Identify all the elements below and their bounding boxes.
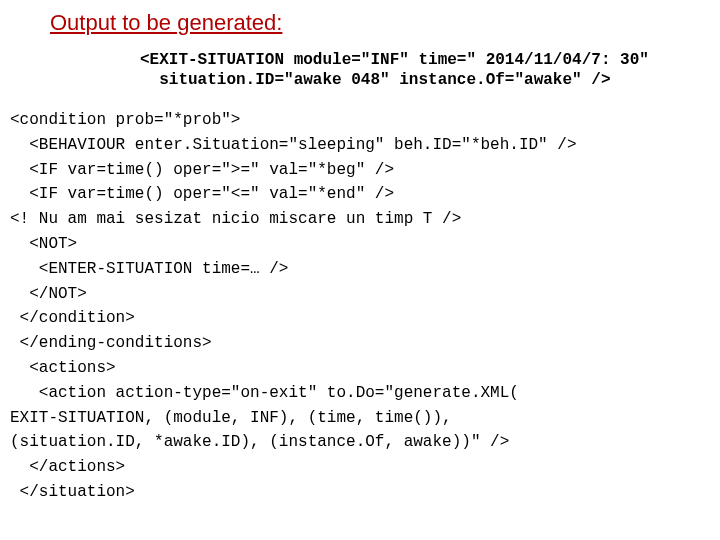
code-line: <actions> [10,359,116,377]
code-line: </situation> [10,483,135,501]
code-line: <ENTER-SITUATION time=… /> [10,260,288,278]
code-block: <condition prob="*prob"> <BEHAVIOUR ente… [0,108,720,505]
code-line: <action action-type="on-exit" to.Do="gen… [10,384,519,402]
code-line: </condition> [10,309,135,327]
code-line: <! Nu am mai sesizat nicio miscare un ti… [10,210,461,228]
code-line: <IF var=time() oper="<=" val="*end" /> [10,185,394,203]
header-line-1: <EXIT-SITUATION module="INF" time=" 2014… [140,51,649,69]
header-code: <EXIT-SITUATION module="INF" time=" 2014… [0,50,720,90]
code-line: </NOT> [10,285,87,303]
code-line: </ending-conditions> [10,334,212,352]
code-line: </actions> [10,458,125,476]
code-line: <IF var=time() oper=">=" val="*beg" /> [10,161,394,179]
code-line: <NOT> [10,235,77,253]
code-line: <BEHAVIOUR enter.Situation="sleeping" be… [10,136,577,154]
slide-title: Output to be generated: [0,0,720,50]
slide: Output to be generated: <EXIT-SITUATION … [0,0,720,505]
code-line: EXIT-SITUATION, (module, INF), (time, ti… [10,409,452,427]
code-line: <condition prob="*prob"> [10,111,240,129]
code-line: (situation.ID, *awake.ID), (instance.Of,… [10,433,509,451]
header-line-2: situation.ID="awake 048" instance.Of="aw… [140,71,610,89]
